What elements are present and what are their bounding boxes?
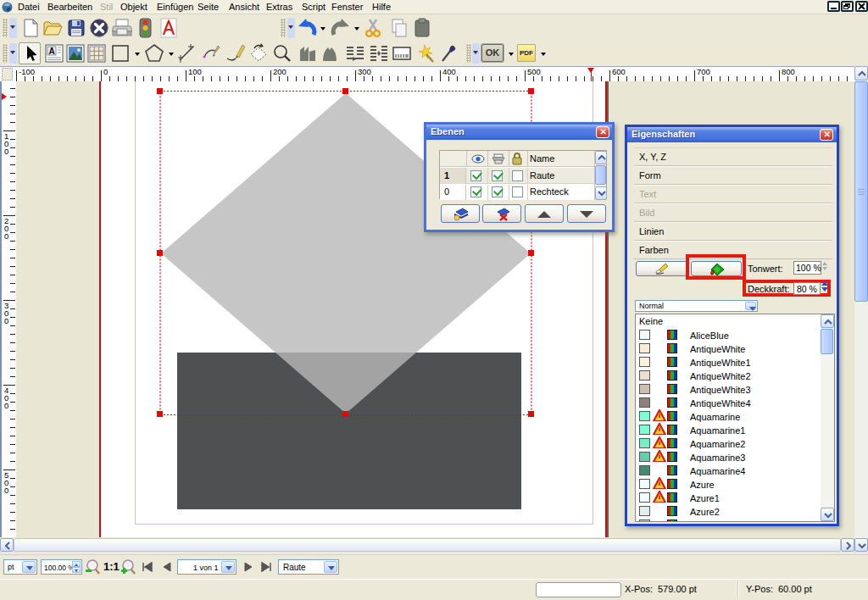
svg-text:A: A [49, 47, 55, 56]
